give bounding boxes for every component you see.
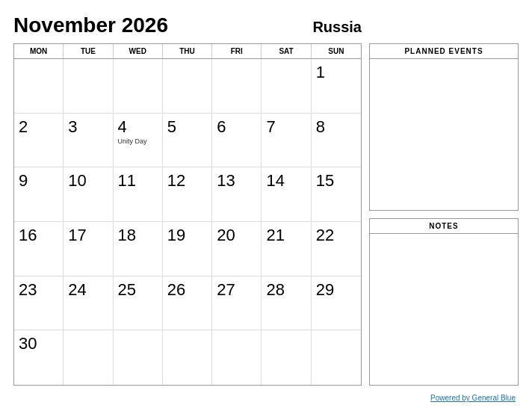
calendar-cell: 26 xyxy=(163,276,212,331)
day-number: 2 xyxy=(19,117,28,136)
day-headers: MONTUEWEDTHUFRISATSUN xyxy=(14,44,361,59)
day-header: SAT xyxy=(262,44,311,58)
day-number: 23 xyxy=(19,280,37,299)
calendar-cell xyxy=(212,330,262,385)
calendar-cell: 21 xyxy=(262,222,311,276)
calendar-cell: 30 xyxy=(14,330,64,385)
calendar-cell xyxy=(312,330,361,385)
calendar-cell: 1 xyxy=(312,59,361,114)
day-number: 6 xyxy=(217,117,226,136)
day-header: THU xyxy=(163,44,212,58)
calendar-cell xyxy=(114,330,163,385)
notes-content xyxy=(370,234,518,385)
day-header: SUN xyxy=(312,44,361,58)
country-label: Russia xyxy=(312,19,362,36)
calendar-cell xyxy=(212,59,262,114)
calendar-cell xyxy=(262,330,311,385)
calendar: MONTUEWEDTHUFRISATSUN 1234Unity Day56789… xyxy=(13,43,362,386)
day-number: 1 xyxy=(316,63,325,81)
day-number: 22 xyxy=(316,226,334,244)
calendar-cell: 23 xyxy=(14,276,64,331)
calendar-cell: 20 xyxy=(212,222,262,276)
day-number: 26 xyxy=(167,280,185,299)
day-number: 5 xyxy=(167,117,176,136)
day-number: 27 xyxy=(217,280,235,299)
calendar-cell: 13 xyxy=(212,167,262,222)
calendar-cell: 2 xyxy=(14,114,64,168)
calendar-cell: 7 xyxy=(262,114,311,168)
calendar-cell xyxy=(163,330,212,385)
main-content: MONTUEWEDTHUFRISATSUN 1234Unity Day56789… xyxy=(13,43,519,386)
day-number: 29 xyxy=(316,280,334,299)
calendar-cell: 22 xyxy=(312,222,361,276)
calendar-cell: 11 xyxy=(114,167,163,222)
day-number: 25 xyxy=(118,280,136,299)
day-number: 18 xyxy=(118,226,136,244)
calendar-cell xyxy=(262,59,311,114)
day-header: TUE xyxy=(64,44,113,58)
calendar-cell: 28 xyxy=(262,276,311,331)
footer-link[interactable]: Powered by General Blue xyxy=(430,394,516,402)
day-header: FRI xyxy=(212,44,262,58)
notes-box: NOTES xyxy=(369,218,519,386)
day-number: 30 xyxy=(19,334,37,353)
calendar-cell xyxy=(64,330,113,385)
calendar-cell xyxy=(14,59,64,114)
day-number: 10 xyxy=(68,171,86,190)
day-number: 24 xyxy=(68,280,86,299)
calendar-cell: 4Unity Day xyxy=(114,114,163,168)
calendar-cell: 29 xyxy=(312,276,361,331)
day-number: 12 xyxy=(167,171,185,190)
notes-label: NOTES xyxy=(370,219,518,234)
planned-events-label: PLANNED EVENTS xyxy=(370,44,518,59)
day-number: 3 xyxy=(68,117,77,136)
calendar-cell: 15 xyxy=(312,167,361,222)
calendar-cell xyxy=(64,59,113,114)
calendar-cell: 14 xyxy=(262,167,311,222)
day-number: 4 xyxy=(118,117,127,136)
header: November 2026 Russia xyxy=(13,13,519,37)
page-title: November 2026 xyxy=(13,13,168,37)
calendar-cell: 25 xyxy=(114,276,163,331)
day-header: WED xyxy=(114,44,163,58)
calendar-cell: 17 xyxy=(64,222,113,276)
day-number: 28 xyxy=(266,280,284,299)
event-label: Unity Day xyxy=(118,137,158,146)
day-number: 11 xyxy=(118,171,136,190)
day-header: MON xyxy=(14,44,64,58)
day-number: 9 xyxy=(19,171,28,190)
planned-events-box: PLANNED EVENTS xyxy=(369,43,519,211)
day-number: 7 xyxy=(266,117,275,136)
day-number: 14 xyxy=(266,171,284,190)
calendar-cell: 16 xyxy=(14,222,64,276)
calendar-cell: 19 xyxy=(163,222,212,276)
sidebar: PLANNED EVENTS NOTES xyxy=(369,43,519,386)
day-number: 20 xyxy=(217,226,235,244)
planned-events-content xyxy=(370,59,518,210)
calendar-cell xyxy=(163,59,212,114)
calendar-cell: 10 xyxy=(64,167,113,222)
day-number: 15 xyxy=(316,171,334,190)
calendar-cell: 27 xyxy=(212,276,262,331)
day-number: 17 xyxy=(68,226,86,244)
calendar-cell: 5 xyxy=(163,114,212,168)
calendar-cell: 8 xyxy=(312,114,361,168)
calendar-cell: 24 xyxy=(64,276,113,331)
calendar-cell: 9 xyxy=(14,167,64,222)
day-number: 19 xyxy=(167,226,185,244)
day-number: 16 xyxy=(19,226,37,244)
calendar-cell: 6 xyxy=(212,114,262,168)
day-number: 21 xyxy=(266,226,284,244)
page: November 2026 Russia MONTUEWEDTHUFRISATS… xyxy=(0,0,532,411)
day-number: 13 xyxy=(217,171,235,190)
calendar-cell: 12 xyxy=(163,167,212,222)
calendar-cell: 18 xyxy=(114,222,163,276)
calendar-grid: 1234Unity Day567891011121314151617181920… xyxy=(14,59,361,385)
footer: Powered by General Blue xyxy=(13,390,519,404)
day-number: 8 xyxy=(316,117,325,136)
calendar-cell xyxy=(114,59,163,114)
calendar-cell: 3 xyxy=(64,114,113,168)
